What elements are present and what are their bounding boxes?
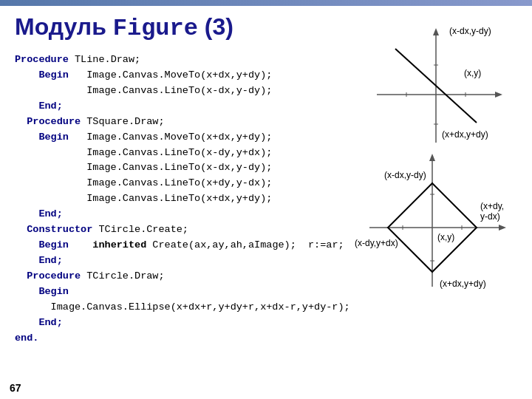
svg-text:(x,y): (x,y) xyxy=(437,232,454,242)
diagram-tsquare: (x-dx,y-dy) (x+dy, y-dx) (x,y) (x-dy,y+d… xyxy=(355,150,525,298)
top-bar xyxy=(0,0,532,6)
title-text: Модуль xyxy=(15,13,113,40)
svg-text:(x-dx,y-dy): (x-dx,y-dy) xyxy=(384,170,426,180)
slide-number: 67 xyxy=(7,381,24,395)
title-rest: (3) xyxy=(198,13,233,40)
svg-marker-3 xyxy=(433,28,439,35)
title-mono: Figure xyxy=(113,15,198,42)
diagram-tline: (x-dx,y-dy) (x,y) (x+dx,y+dy) xyxy=(355,21,517,154)
svg-text:y-dx): y-dx) xyxy=(480,211,500,222)
slide: Модуль Figure (3) Procedure TLine.Draw; … xyxy=(0,6,532,399)
svg-text:(x+dy,: (x+dy, xyxy=(480,201,504,211)
svg-text:(x+dx,y+dy): (x+dx,y+dy) xyxy=(442,129,488,140)
svg-text:(x-dx,y-dy): (x-dx,y-dy) xyxy=(449,26,491,36)
svg-text:(x-dy,y+dx): (x-dy,y+dx) xyxy=(355,238,398,248)
svg-marker-14 xyxy=(499,225,506,231)
svg-text:(x+dx,y+dy): (x+dx,y+dy) xyxy=(440,279,486,289)
svg-text:(x,y): (x,y) xyxy=(464,68,481,78)
svg-marker-15 xyxy=(429,154,435,161)
svg-marker-2 xyxy=(495,92,502,98)
